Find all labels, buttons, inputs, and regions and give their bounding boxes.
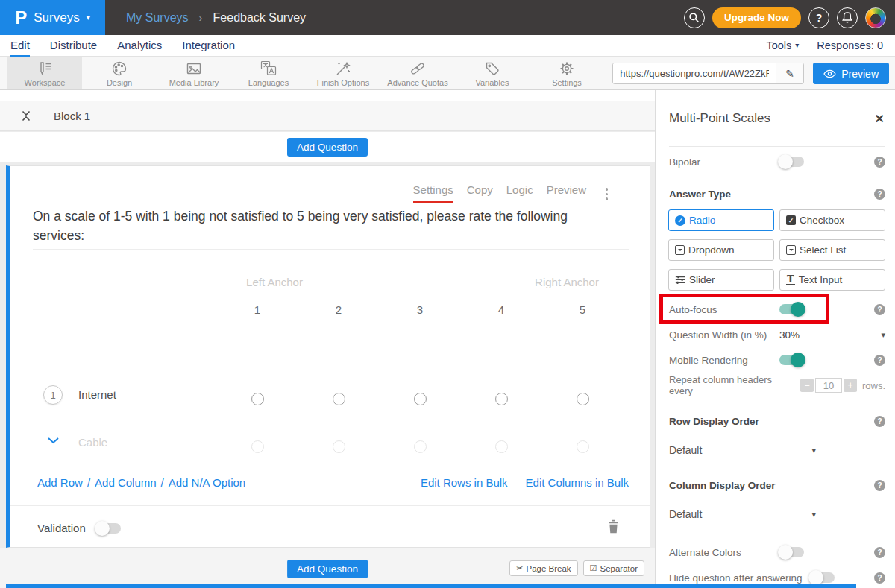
scale-column-header[interactable]: 4	[490, 303, 512, 316]
break-buttons: ✂ Page Break ☑ Separator	[509, 560, 644, 576]
toolbar-item-settings[interactable]: Settings	[530, 57, 604, 89]
stepper-plus-button[interactable]: +	[844, 379, 857, 392]
page-break-button[interactable]: ✂ Page Break	[509, 560, 577, 576]
chevron-down-icon[interactable]	[47, 437, 60, 445]
row-display-order-select[interactable]: Default ▾	[669, 444, 816, 456]
search-button[interactable]	[684, 7, 705, 28]
preview-button[interactable]: Preview	[813, 63, 889, 84]
stepper-minus-button[interactable]: −	[800, 379, 814, 392]
question-tab-settings[interactable]: Settings	[413, 183, 453, 203]
next-row-input[interactable]	[78, 436, 209, 449]
help-icon[interactable]: ?	[874, 157, 885, 168]
row-label-input[interactable]	[78, 388, 209, 401]
help-icon[interactable]: ?	[874, 416, 885, 427]
validation-toggle[interactable]	[96, 523, 121, 534]
avatar[interactable]	[865, 7, 886, 28]
tab-edit[interactable]: Edit	[10, 35, 30, 57]
column-display-order-select[interactable]: Default ▾	[669, 508, 816, 520]
radio-option[interactable]	[333, 393, 345, 405]
toolbar-item-media-library[interactable]: Media Library	[157, 57, 231, 89]
toolbar-item-label: Workspace	[25, 78, 66, 87]
block-footer: Add Question ✂ Page Break ☑ Separator	[0, 548, 655, 588]
edit-rows-in-bulk-link[interactable]: Edit Rows in Bulk	[421, 476, 508, 489]
left-anchor-input[interactable]	[219, 274, 330, 290]
question-tab-preview[interactable]: Preview	[547, 183, 586, 203]
radio-option[interactable]	[577, 393, 589, 405]
close-panel-icon[interactable]: ✕	[875, 112, 885, 126]
toolbar-item-variables[interactable]: Variables	[455, 57, 530, 89]
breadcrumb-parent-link[interactable]: My Surveys	[126, 11, 189, 25]
notifications-button[interactable]	[837, 7, 858, 28]
radio-option[interactable]	[414, 393, 427, 405]
toolbar-item-workspace[interactable]: Workspace	[7, 57, 82, 89]
toolbar-item-finish-options[interactable]: Finish Options	[306, 57, 380, 89]
repeat-headers-label: Repeat column headers every	[669, 374, 796, 396]
answer-type-dropdown[interactable]: Dropdown	[668, 239, 774, 261]
help-icon[interactable]: ?	[874, 572, 885, 584]
magic-wand-icon	[335, 60, 351, 78]
help-icon[interactable]: ?	[874, 304, 885, 315]
question-text[interactable]: On a scale of 1-5 with 1 being not satis…	[33, 206, 622, 245]
mobile-rendering-toggle[interactable]	[779, 355, 804, 365]
toolbar-item-label: Variables	[475, 78, 509, 87]
collapse-block-icon[interactable]	[21, 110, 31, 122]
responses-count[interactable]: Responses: 0	[817, 39, 883, 51]
panel-title: Multi-Point Scales	[669, 111, 770, 126]
question-width-value[interactable]: 30%	[779, 329, 800, 341]
delete-question-button[interactable]	[608, 519, 619, 534]
row-number-badge[interactable]: 1	[43, 385, 63, 405]
add-row-link[interactable]: Add Row	[37, 476, 83, 489]
caret-down-icon[interactable]: ▾	[881, 330, 885, 340]
edit-url-button[interactable]: ✎	[776, 63, 803, 83]
add-column-link[interactable]: Add Column	[95, 476, 157, 489]
scale-column-header[interactable]: 3	[409, 303, 431, 316]
tab-integration[interactable]: Integration	[182, 35, 235, 57]
scale-column-header[interactable]: 1	[246, 303, 268, 316]
hide-question-toggle[interactable]	[810, 572, 835, 583]
alternate-colors-toggle[interactable]	[779, 547, 804, 557]
question-tab-logic[interactable]: Logic	[506, 183, 533, 203]
toolbar-item-label: Design	[107, 78, 132, 87]
answer-type-checkbox[interactable]: ✓ Checkbox	[779, 209, 885, 231]
right-anchor-input[interactable]	[511, 274, 623, 290]
toolbar-item-languages[interactable]: Languages	[231, 57, 306, 89]
breadcrumb: My Surveys › Feedback Survey	[126, 11, 306, 25]
repeat-headers-input[interactable]	[815, 378, 842, 393]
radio-option[interactable]	[251, 393, 264, 405]
upgrade-now-button[interactable]: Upgrade Now	[712, 7, 801, 28]
answer-type-select-list[interactable]: Select List	[779, 239, 885, 261]
rows-suffix-label: rows.	[862, 380, 885, 391]
edit-columns-in-bulk-link[interactable]: Edit Columns in Bulk	[526, 476, 629, 489]
help-icon[interactable]: ?	[874, 547, 885, 558]
help-icon[interactable]: ?	[874, 355, 885, 366]
radio-option[interactable]	[495, 393, 508, 405]
validation-label: Validation	[37, 522, 86, 534]
more-menu-icon[interactable]	[604, 186, 610, 202]
add-question-button-bottom[interactable]: Add Question	[287, 560, 368, 578]
help-icon[interactable]: ?	[874, 189, 885, 200]
scale-column-header[interactable]: 5	[571, 303, 594, 316]
add-question-button-top[interactable]: Add Question	[287, 138, 368, 157]
tab-analytics[interactable]: Analytics	[117, 35, 162, 57]
scale-column-header[interactable]: 2	[327, 303, 350, 316]
survey-url-input[interactable]	[613, 63, 776, 83]
help-button[interactable]: ?	[808, 7, 829, 28]
help-icon[interactable]: ?	[874, 480, 885, 491]
answer-type-slider[interactable]: Slider	[668, 269, 774, 291]
separator-button[interactable]: ☑ Separator	[583, 560, 644, 576]
add-na-option-link[interactable]: Add N/A Option	[169, 476, 245, 489]
answer-type-radio[interactable]: ✓ Radio	[668, 209, 774, 231]
product-menu[interactable]: P Surveys ▾	[0, 0, 105, 35]
tools-menu[interactable]: Tools ▾	[766, 39, 799, 51]
trash-icon	[608, 519, 619, 534]
survey-url-group: ✎	[612, 63, 804, 84]
auto-focus-toggle[interactable]	[779, 304, 804, 314]
answer-type-text-input[interactable]: T Text Input	[779, 269, 885, 291]
bipolar-toggle[interactable]	[779, 157, 804, 167]
tab-distribute[interactable]: Distribute	[50, 35, 97, 57]
toolbar-item-design[interactable]: Design	[82, 57, 157, 89]
toolbar-item-advance-quotas[interactable]: Advance Quotas	[380, 57, 455, 89]
divider	[33, 249, 629, 250]
question-tab-copy[interactable]: Copy	[467, 183, 493, 203]
block-title[interactable]: Block 1	[54, 110, 90, 122]
